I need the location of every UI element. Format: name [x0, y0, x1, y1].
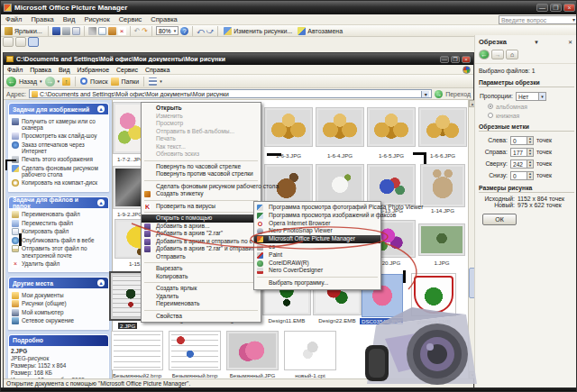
- restore-button[interactable]: ❐: [550, 4, 562, 12]
- crop-mark[interactable]: [5, 160, 7, 170]
- proportions-select[interactable]: Нет ▾: [516, 92, 546, 101]
- up-folder-icon[interactable]: ↑: [62, 77, 70, 86]
- delete-icon[interactable]: ×: [118, 27, 126, 35]
- ctx-add-to-archive[interactable]: Добавить в архив...: [142, 223, 261, 231]
- file-label[interactable]: Безымянный.bmp: [169, 372, 221, 378]
- openwith-picasa[interactable]: Программа просмотра фотографий Picasa Ph…: [254, 204, 380, 212]
- place-my-computer[interactable]: Мой компьютер: [12, 309, 106, 316]
- chevron-down-icon[interactable]: ▾: [58, 78, 60, 84]
- place-network[interactable]: Сетевое окружение: [12, 317, 106, 324]
- openwith-paint[interactable]: Paint: [254, 251, 380, 260]
- thumbnail[interactable]: [316, 164, 364, 205]
- menu-view[interactable]: Вид: [59, 15, 80, 23]
- thumbnail[interactable]: [264, 107, 313, 147]
- openwith-image-fax-viewer[interactable]: Программа просмотра изображений и факсов: [254, 212, 380, 220]
- task-get-from-camera[interactable]: Получить от камеры или со сканера: [12, 118, 106, 132]
- ok-button[interactable]: ОК: [482, 214, 517, 225]
- menu-view[interactable]: Вид: [55, 67, 74, 73]
- ctx-archive-named-email[interactable]: Добавить в архив "2.rar" и отправить по …: [142, 245, 261, 253]
- minimize-button[interactable]: —: [536, 4, 548, 12]
- thumbnail[interactable]: [418, 107, 467, 147]
- ctx-send-to[interactable]: Отправить▸: [142, 253, 261, 261]
- cut-icon[interactable]: [88, 27, 96, 35]
- ctx-open[interactable]: Открыть: [142, 105, 261, 113]
- landscape-radio[interactable]: [488, 104, 493, 109]
- menu-help[interactable]: Справка: [142, 67, 173, 73]
- menu-picture[interactable]: Рисунок: [79, 15, 114, 23]
- ctx-copy[interactable]: Копировать: [142, 273, 261, 281]
- file-label[interactable]: 1-6-4.JPG: [316, 152, 364, 159]
- back-label[interactable]: Назад: [19, 78, 37, 85]
- help-icon[interactable]: ?: [180, 27, 188, 35]
- restore-button[interactable]: ❐: [451, 56, 460, 63]
- ctx-edit[interactable]: Изменить: [142, 113, 261, 121]
- openwith-coreldraw[interactable]: CorelDRAW(R): [254, 260, 380, 268]
- ctx-refresh-thumbnail[interactable]: Обновить эскиз: [142, 150, 261, 159]
- save-icon[interactable]: [52, 27, 60, 35]
- shortcuts-button[interactable]: Ярлыки...: [3, 26, 44, 36]
- ctx-send-web-albums[interactable]: Отправить в Веб-альбомы...: [142, 128, 261, 136]
- single-view-button[interactable]: [28, 37, 39, 47]
- chevron-down-icon[interactable]: ▼: [532, 40, 541, 45]
- ctx-add-to-archive-named[interactable]: Добавить в архив "2.rar": [142, 230, 261, 238]
- redo-icon[interactable]: ↷: [142, 27, 148, 35]
- go-icon[interactable]: →: [435, 90, 443, 98]
- file-label[interactable]: новый-1.cpt: [284, 372, 336, 378]
- file-label-selected[interactable]: 2.JPG: [118, 323, 137, 329]
- task-delete-file[interactable]: ×Удалить файл: [12, 260, 106, 268]
- close-pane-icon[interactable]: ✕: [566, 39, 574, 45]
- details-header[interactable]: Подробно: [9, 335, 108, 346]
- file-tasks-header[interactable]: Задачи для файлов и папок ▴: [9, 197, 108, 208]
- thumbnail[interactable]: [420, 164, 465, 207]
- crop-mark[interactable]: [403, 270, 406, 283]
- openwith-nero-cover[interactable]: Nero CoverDesigner: [254, 267, 380, 275]
- ctx-rotate-cw[interactable]: Повернуть по часовой стрелке: [142, 163, 261, 171]
- folders-label[interactable]: Папки: [122, 78, 140, 85]
- forward-button[interactable]: →: [45, 77, 55, 87]
- openwith-choose-program[interactable]: Выбрать программу...: [254, 279, 380, 287]
- chevron-down-icon[interactable]: ▾: [40, 78, 42, 84]
- ctx-cut[interactable]: Вырезать: [142, 265, 261, 273]
- thumbnail[interactable]: [226, 331, 279, 370]
- spinner-arrows-icon[interactable]: ▲▼: [527, 160, 533, 168]
- mail-icon[interactable]: [72, 27, 80, 35]
- menu-edit[interactable]: Правка: [26, 15, 58, 23]
- menu-tools[interactable]: Сервис: [113, 67, 142, 73]
- ctx-archive-email[interactable]: Добавить в архив и отправить по e-mail..…: [142, 238, 261, 246]
- ctx-properties[interactable]: Свойства: [142, 313, 261, 321]
- ask-question-box[interactable]: Введите вопрос ▾: [499, 15, 577, 24]
- file-label[interactable]: Безымянный.JPG: [226, 372, 279, 378]
- chevron-down-icon[interactable]: ▾: [421, 91, 429, 97]
- task-order-prints[interactable]: Заказ отпечатков через Интернет: [12, 141, 106, 155]
- file-label[interactable]: 1-14.JPG: [420, 207, 465, 214]
- ctx-preview[interactable]: Просмотр: [142, 120, 261, 128]
- file-label[interactable]: Design22.EMB: [313, 317, 362, 324]
- thumbnail[interactable]: [316, 107, 364, 147]
- thumbnail[interactable]: [111, 331, 163, 370]
- top-spinner[interactable]: 242▲▼: [510, 160, 534, 169]
- ctx-create-shortcut[interactable]: Создать ярлык: [142, 285, 261, 293]
- left-spinner[interactable]: 0▲▼: [510, 136, 534, 145]
- menu-file[interactable]: Файл: [4, 67, 26, 73]
- close-button[interactable]: ×: [563, 4, 575, 12]
- print-icon[interactable]: [62, 27, 70, 35]
- task-copy-to-cd[interactable]: Копировать на компакт-диск: [12, 179, 106, 187]
- other-places-header[interactable]: Другие места ▴: [9, 278, 108, 288]
- task-copy-file[interactable]: Копировать файл: [12, 228, 106, 235]
- menu-edit[interactable]: Правка: [26, 67, 55, 73]
- ctx-rename[interactable]: Переименовать: [142, 300, 261, 308]
- search-label[interactable]: Поиск: [90, 78, 107, 85]
- views-icon[interactable]: [149, 77, 157, 86]
- thumbnail[interactable]: [169, 331, 221, 370]
- chevron-down-icon[interactable]: ▾: [160, 78, 162, 84]
- menu-file[interactable]: Файл: [1, 15, 26, 23]
- ctx-open-with[interactable]: Открыть с помощью▸: [142, 214, 261, 223]
- task-move-file[interactable]: Переместить файл: [12, 220, 106, 227]
- ctx-scan-viruses[interactable]: KПроверить на вирусы: [142, 203, 261, 211]
- thumbnail[interactable]: [367, 164, 416, 205]
- task-print-picture[interactable]: Печать этого изображения: [12, 156, 106, 163]
- spinner-arrows-icon[interactable]: ▲▼: [527, 149, 533, 156]
- spinner-arrows-icon[interactable]: ▲▼: [527, 137, 533, 144]
- menu-tools[interactable]: Сервис: [114, 15, 147, 23]
- address-input[interactable]: C:\Documents and Settings\Мой офис\Мои д…: [29, 89, 432, 98]
